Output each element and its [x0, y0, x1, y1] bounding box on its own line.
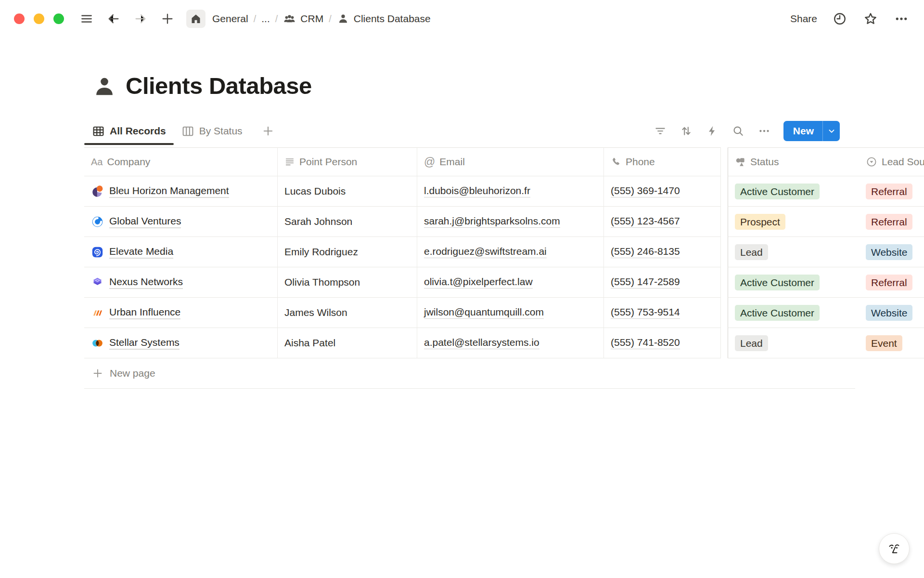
company-logo-venn-circles [91, 337, 104, 350]
breadcrumb-item-general[interactable]: General [212, 13, 248, 25]
lead-source-badge[interactable]: Referral [866, 275, 912, 290]
phone-cell[interactable]: (555) 741-8520 [611, 337, 680, 349]
status-badge[interactable]: Active Customer [735, 184, 820, 199]
table-view-icon [92, 125, 105, 138]
email-cell[interactable]: e.rodriguez@swiftstream.ai [424, 246, 547, 258]
title-aa-icon: Aa [91, 157, 103, 168]
company-cell[interactable]: Bleu Horizon Management [84, 176, 278, 207]
company-cell[interactable]: Nexus Networks [84, 267, 278, 298]
point-person-cell[interactable]: James Wilson [284, 307, 347, 318]
database-toolbar: New [651, 118, 840, 144]
page-title: Clients Database [126, 72, 312, 99]
point-person-cell[interactable]: Olivia Thompson [284, 276, 360, 288]
phone-cell[interactable]: (555) 369-1470 [611, 185, 680, 197]
tab-label: By Status [199, 125, 243, 137]
back-icon[interactable] [105, 11, 122, 27]
table-header-row: Aa Company Point Person @ Email [84, 147, 924, 176]
table-row[interactable]: Elevate Media Emily Rodriguez e.rodrigue… [84, 237, 924, 267]
table-row[interactable]: Global Ventures Sarah Johnson sarah.j@br… [84, 207, 924, 237]
search-icon[interactable] [729, 121, 748, 141]
email-cell[interactable]: l.dubois@bleuhorizon.fr [424, 185, 530, 197]
tab-all-records[interactable]: All Records [84, 118, 174, 144]
status-badge[interactable]: Active Customer [735, 305, 820, 321]
add-view-icon[interactable] [254, 118, 282, 144]
table-row[interactable]: Nexus Networks Olivia Thompson olivia.t@… [84, 267, 924, 298]
breadcrumb-separator: / [275, 13, 278, 25]
email-cell[interactable]: a.patel@stellarsystems.io [424, 337, 539, 349]
company-logo-orange-stripes [91, 306, 104, 319]
company-logo-pie-chart [91, 185, 104, 198]
lead-source-badge[interactable]: Event [866, 335, 902, 351]
forward-icon[interactable] [132, 11, 149, 27]
new-button-label[interactable]: New [783, 121, 822, 141]
column-header-point-person[interactable]: Point Person [278, 147, 417, 176]
phone-cell[interactable]: (555) 147-2589 [611, 276, 680, 289]
column-header-status[interactable]: Status [728, 147, 859, 176]
home-icon[interactable] [186, 10, 205, 28]
title-bar: General / ... / CRM / [0, 0, 924, 38]
company-cell[interactable]: Urban Influence [84, 298, 278, 328]
company-logo-blue-swirl [91, 215, 104, 228]
company-cell[interactable]: Stellar Systems [84, 328, 278, 358]
new-record-button[interactable]: New [783, 121, 840, 141]
status-badge[interactable]: Active Customer [735, 275, 820, 290]
people-icon [283, 13, 296, 26]
table-row[interactable]: Stellar Systems Aisha Patel a.patel@stel… [84, 328, 924, 358]
company-cell[interactable]: Elevate Media [84, 237, 278, 267]
new-tab-icon[interactable] [159, 11, 176, 27]
breadcrumb-item-crm[interactable]: CRM [283, 13, 323, 26]
phone-cell[interactable]: (555) 123-4567 [611, 215, 680, 228]
point-person-cell[interactable]: Sarah Johnson [284, 216, 352, 227]
phone-cell[interactable]: (555) 753-9514 [611, 306, 680, 319]
favorite-star-icon[interactable] [862, 11, 879, 27]
zoom-window-button[interactable] [53, 13, 64, 24]
point-person-cell[interactable]: Lucas Dubois [284, 185, 346, 197]
minimize-window-button[interactable] [34, 13, 44, 24]
view-more-icon[interactable] [755, 121, 774, 141]
column-header-lead-source[interactable]: Lead Source [859, 147, 924, 176]
new-page-row[interactable]: New page [84, 358, 855, 389]
breadcrumb-collapsed-item[interactable]: ... [261, 13, 270, 25]
new-page-label: New page [110, 368, 155, 379]
table-row[interactable]: Bleu Horizon Management Lucas Dubois l.d… [84, 176, 924, 207]
email-cell[interactable]: olivia.t@pixelperfect.law [424, 276, 533, 289]
filter-icon[interactable] [651, 121, 670, 141]
status-badge[interactable]: Lead [735, 335, 768, 351]
lead-source-badge[interactable]: Referral [866, 184, 912, 199]
updates-clock-icon[interactable] [832, 11, 848, 27]
new-button-chevron-down-icon[interactable] [822, 121, 840, 141]
sort-icon[interactable] [677, 121, 696, 141]
breadcrumb-item-clients-database[interactable]: Clients Database [337, 13, 431, 25]
column-header-company[interactable]: Aa Company [84, 147, 278, 176]
column-header-phone[interactable]: Phone [604, 147, 721, 176]
tab-label: All Records [110, 125, 166, 137]
status-badge[interactable]: Lead [735, 244, 768, 260]
share-button[interactable]: Share [790, 13, 817, 25]
automation-lightning-icon[interactable] [703, 121, 722, 141]
notion-ai-button[interactable] [879, 533, 910, 564]
phone-icon [611, 157, 621, 167]
email-cell[interactable]: jwilson@quantumquill.com [424, 306, 544, 319]
view-tabs: All Records By Status [84, 118, 282, 144]
table-row[interactable]: Urban Influence James Wilson jwilson@qua… [84, 298, 924, 328]
sidebar-menu-icon[interactable] [78, 11, 95, 27]
point-person-cell[interactable]: Aisha Patel [284, 337, 335, 349]
breadcrumb: General / ... / CRM / [212, 13, 431, 26]
page-icon-person[interactable] [92, 74, 117, 99]
lead-source-badge[interactable]: Website [866, 244, 912, 260]
clients-table: Aa Company Point Person @ Email [84, 147, 924, 389]
phone-cell[interactable]: (555) 246-8135 [611, 246, 680, 258]
point-person-cell[interactable]: Emily Rodriguez [284, 246, 358, 258]
text-lines-icon [284, 157, 295, 167]
close-window-button[interactable] [14, 13, 25, 24]
email-cell[interactable]: sarah.j@brightsparksolns.com [424, 215, 560, 228]
column-header-email[interactable]: @ Email [417, 147, 604, 176]
status-badge[interactable]: Prospect [735, 214, 785, 230]
more-options-icon[interactable] [893, 11, 910, 27]
lead-source-badge[interactable]: Website [866, 305, 912, 321]
tab-by-status[interactable]: By Status [174, 118, 250, 144]
company-cell[interactable]: Global Ventures [84, 207, 278, 237]
lead-source-badge[interactable]: Referral [866, 214, 912, 230]
window-controls [14, 13, 64, 24]
ai-face-icon [886, 540, 903, 557]
